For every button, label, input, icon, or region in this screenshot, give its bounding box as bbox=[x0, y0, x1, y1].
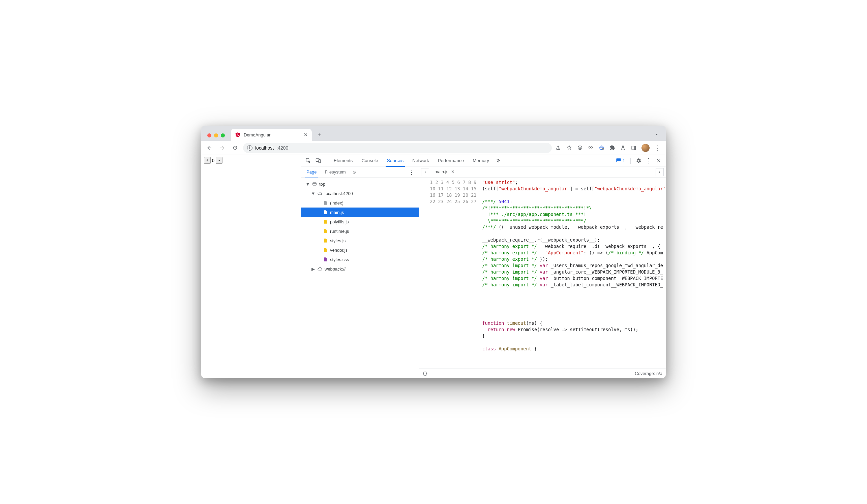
profile-avatar[interactable] bbox=[642, 144, 650, 152]
url-host: localhost bbox=[255, 145, 274, 151]
tree-file-vendorjs[interactable]: vendor.js bbox=[301, 245, 419, 255]
main-area: + 0 - ElementsConsoleSourcesNetworkPerfo… bbox=[201, 155, 666, 378]
tab-title: DemoAngular bbox=[244, 132, 271, 138]
devtools-tab-performance[interactable]: Performance bbox=[434, 155, 468, 166]
devtools-tab-elements[interactable]: Elements bbox=[330, 155, 357, 166]
editor-nav-forward-icon[interactable] bbox=[656, 168, 664, 176]
side-panel-icon[interactable] bbox=[631, 145, 637, 151]
window-minimize[interactable] bbox=[214, 133, 218, 138]
devtools-tabs: ElementsConsoleSourcesNetworkPerformance… bbox=[330, 155, 493, 166]
devtools-settings-icon[interactable] bbox=[634, 156, 643, 165]
devtools-tab-memory[interactable]: Memory bbox=[469, 155, 493, 166]
devtools-panel: ElementsConsoleSourcesNetworkPerformance… bbox=[301, 155, 666, 378]
devtools-close-icon[interactable] bbox=[654, 156, 663, 165]
window-maximize[interactable] bbox=[221, 133, 225, 138]
tabs-dropdown-icon[interactable] bbox=[653, 131, 660, 138]
issues-button[interactable]: 1 bbox=[614, 157, 627, 164]
tree-webpack[interactable]: ▶webpack:// bbox=[301, 264, 419, 274]
new-tab-button[interactable] bbox=[314, 130, 324, 140]
tree-file-polyfillsjs[interactable]: polyfills.js bbox=[301, 217, 419, 227]
devtools-toolbar: ElementsConsoleSourcesNetworkPerformance… bbox=[301, 155, 666, 166]
file-tab-label: main.js bbox=[435, 169, 448, 174]
sources-sidebar-tab-page[interactable]: Page bbox=[302, 166, 321, 178]
tree-top[interactable]: ▼top bbox=[301, 179, 419, 189]
svg-rect-12 bbox=[319, 160, 321, 163]
address-bar: i localhost:4200 ⋮ bbox=[201, 141, 666, 155]
bookmark-star-icon[interactable] bbox=[566, 145, 572, 151]
svg-rect-13 bbox=[313, 183, 317, 185]
browser-window: DemoAngular ✕ i localhost:4200 ⋮ bbox=[201, 126, 666, 378]
page-content: + 0 - bbox=[201, 155, 301, 378]
svg-rect-7 bbox=[602, 149, 603, 150]
browser-tab[interactable]: DemoAngular ✕ bbox=[231, 129, 312, 141]
svg-point-2 bbox=[580, 147, 581, 147]
devtools-menu-icon[interactable]: ⋮ bbox=[644, 156, 653, 165]
sources-sidebar-menu-icon[interactable]: ⋮ bbox=[406, 171, 417, 174]
file-tab-mainjs[interactable]: main.js ✕ bbox=[431, 166, 458, 178]
svg-point-4 bbox=[591, 146, 592, 148]
inspect-element-icon[interactable] bbox=[304, 156, 312, 165]
sources-sidebar-tab-filesystem[interactable]: Filesystem bbox=[321, 166, 350, 178]
tree-file-runtimejs[interactable]: runtime.js bbox=[301, 227, 419, 236]
window-close[interactable] bbox=[207, 133, 211, 138]
extension-icon-3[interactable] bbox=[598, 145, 604, 151]
issues-count: 1 bbox=[623, 158, 625, 163]
svg-point-1 bbox=[579, 147, 579, 147]
devtools-tabs-overflow-icon[interactable] bbox=[494, 156, 503, 165]
omnibox[interactable]: i localhost:4200 bbox=[243, 143, 552, 153]
sources-editor: main.js ✕ 1 2 3 4 5 6 7 8 9 10 11 12 13 … bbox=[419, 166, 666, 378]
sources-navigator: PageFilesystem ⋮ ▼top▼localhost:4200(ind… bbox=[301, 166, 419, 378]
svg-point-3 bbox=[589, 146, 591, 148]
counter-value: 0 bbox=[211, 158, 215, 163]
devtools-tab-console[interactable]: Console bbox=[357, 155, 382, 166]
svg-rect-9 bbox=[634, 146, 636, 150]
labs-flask-icon[interactable] bbox=[620, 145, 626, 151]
counter-decrement-button[interactable]: - bbox=[216, 157, 223, 164]
devtools-tab-network[interactable]: Network bbox=[408, 155, 433, 166]
editor-nav-back-icon[interactable] bbox=[421, 168, 429, 176]
window-controls bbox=[205, 133, 227, 141]
device-toolbar-icon[interactable] bbox=[314, 156, 323, 165]
counter-widget: + 0 - bbox=[204, 157, 298, 164]
pretty-print-button[interactable]: {} bbox=[422, 371, 428, 376]
tree-file-stylescss[interactable]: styles.css bbox=[301, 255, 419, 264]
url-port: :4200 bbox=[276, 145, 288, 151]
extensions-puzzle-icon[interactable] bbox=[609, 145, 615, 151]
counter-increment-button[interactable]: + bbox=[204, 157, 211, 164]
tree-file-index[interactable]: (index) bbox=[301, 198, 419, 208]
toolbar-right: ⋮ bbox=[555, 144, 662, 152]
extension-icon-2[interactable] bbox=[588, 145, 593, 151]
sources-sidebar-overflow-icon[interactable] bbox=[351, 168, 358, 176]
extension-icon-1[interactable] bbox=[577, 145, 583, 151]
file-tree: ▼top▼localhost:4200(index)main.jspolyfil… bbox=[301, 178, 419, 378]
back-button[interactable] bbox=[205, 143, 214, 153]
editor-statusbar: {} Coverage: n/a bbox=[419, 369, 666, 378]
issues-icon bbox=[616, 158, 621, 163]
tree-file-stylesjs[interactable]: styles.js bbox=[301, 236, 419, 245]
tab-strip: DemoAngular ✕ bbox=[201, 126, 666, 141]
tab-close-icon[interactable]: ✕ bbox=[304, 132, 308, 138]
svg-point-0 bbox=[578, 146, 581, 150]
line-gutter: 1 2 3 4 5 6 7 8 9 10 11 12 13 14 15 16 1… bbox=[419, 178, 479, 369]
reload-button[interactable] bbox=[230, 143, 240, 153]
coverage-status: Coverage: n/a bbox=[635, 371, 662, 376]
tree-origin[interactable]: ▼localhost:4200 bbox=[301, 189, 419, 198]
sources-sidebar-tabs: PageFilesystem ⋮ bbox=[301, 166, 419, 178]
devtools-tab-sources[interactable]: Sources bbox=[383, 155, 408, 166]
share-icon[interactable] bbox=[555, 145, 561, 151]
code-content: "use strict"; (self["webpackChunkdemo_an… bbox=[479, 178, 666, 369]
file-tab-close-icon[interactable]: ✕ bbox=[451, 169, 455, 174]
site-info-icon[interactable]: i bbox=[247, 145, 253, 151]
code-editor[interactable]: 1 2 3 4 5 6 7 8 9 10 11 12 13 14 15 16 1… bbox=[419, 178, 666, 369]
chrome-menu-icon[interactable]: ⋮ bbox=[654, 145, 660, 151]
devtools-body: PageFilesystem ⋮ ▼top▼localhost:4200(ind… bbox=[301, 166, 666, 378]
file-tabs: main.js ✕ bbox=[419, 166, 666, 178]
tree-file-mainjs[interactable]: main.js bbox=[301, 208, 419, 217]
angular-icon bbox=[235, 132, 240, 138]
forward-button[interactable] bbox=[217, 143, 227, 153]
